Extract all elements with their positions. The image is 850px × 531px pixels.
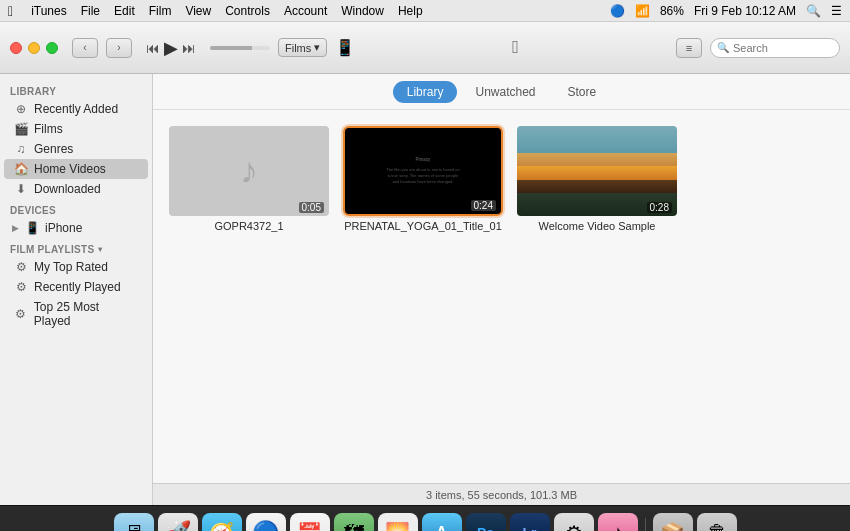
yoga-text-line1: Privacy [386,157,459,164]
menubar-right: 🔵 📶 86% Fri 9 Feb 10:12 AM 🔍 ☰ [610,4,842,18]
video-title-welcome-sample: Welcome Video Sample [539,220,656,232]
video-duration-welcome-sample: 0:28 [647,202,672,213]
fastforward-button[interactable]: ⏭ [182,40,196,56]
dock-trash[interactable]: 🗑 [697,513,737,532]
sidebar-item-recently-added[interactable]: ⊕ Recently Added [4,99,148,119]
window-controls [10,42,58,54]
video-thumb-gopr4372: ♪ 0:05 [169,126,329,216]
content-header: Library Unwatched Store [153,74,850,110]
search-icon: 🔍 [717,42,729,53]
apple-logo:  [512,37,519,58]
sidebar-item-iphone[interactable]: ▶ 📱 iPhone [4,218,148,238]
video-thumb-prenatal-yoga: Privacy The film you are about to see is… [343,126,503,216]
sidebar-item-recently-played[interactable]: ⚙ Recently Played [4,277,148,297]
library-selector[interactable]: Films ▾ [278,38,327,57]
sidebar-item-home-videos[interactable]: 🏠 Home Videos [4,159,148,179]
video-title-gopr4372: GOPR4372_1 [214,220,283,232]
bluetooth-icon: 🔵 [610,4,625,18]
iphone-icon: 📱 [25,221,39,235]
content-area: Library Unwatched Store ♪ 0:05 GOPR4372_… [153,74,850,505]
video-duration-gopr4372: 0:05 [299,202,324,213]
device-icon: 📱 [335,38,355,57]
tab-unwatched[interactable]: Unwatched [461,81,549,103]
spotlight-icon[interactable]: 🔍 [806,4,821,18]
sidebar-item-downloaded[interactable]: ⬇ Downloaded [4,179,148,199]
dock-calendar[interactable]: 📅 [290,513,330,532]
sidebar-label-top-25: Top 25 Most Played [34,300,138,328]
dock-finder[interactable]: 🖥 [114,513,154,532]
menu-account[interactable]: Account [284,4,327,18]
maximize-button[interactable] [46,42,58,54]
dock-maps[interactable]: 🗺 [334,513,374,532]
video-thumb-welcome-sample: 0:28 [517,126,677,216]
sidebar-label-downloaded: Downloaded [34,182,101,196]
menu-bar:  iTunes File Edit Film View Controls Ac… [0,0,850,22]
toolbar-center:  [363,37,668,58]
top-25-icon: ⚙ [14,307,28,321]
dock-launchpad[interactable]: 🚀 [158,513,198,532]
dock-photos[interactable]: 🌅 [378,513,418,532]
tab-bar: Library Unwatched Store [393,81,610,103]
tab-store[interactable]: Store [554,81,611,103]
home-videos-icon: 🏠 [14,162,28,176]
menu-window[interactable]: Window [341,4,384,18]
dock: 🖥 🚀 🧭 🔵 📅 🗺 🌅 A Ps Lr ⚙ ♪ 📦 🗑 [0,505,850,531]
dock-lightroom[interactable]: Lr [510,513,550,532]
playback-controls: ⏮ ▶ ⏭ [146,37,196,59]
film-playlists-section-title[interactable]: Film Playlists ▾ [0,238,152,257]
rewind-button[interactable]: ⏮ [146,40,160,56]
downloaded-icon: ⬇ [14,182,28,196]
sidebar-item-genres[interactable]: ♫ Genres [4,139,148,159]
dock-chrome[interactable]: 🔵 [246,513,286,532]
notification-icon[interactable]: ☰ [831,4,842,18]
menu-controls[interactable]: Controls [225,4,270,18]
video-item-prenatal-yoga[interactable]: Privacy The film you are about to see is… [343,126,503,232]
films-icon: 🎬 [14,122,28,136]
dock-app-store[interactable]: A [422,513,462,532]
devices-section-title: Devices [0,199,152,218]
list-view-button[interactable]: ≡ [676,38,702,58]
wifi-icon: 📶 [635,4,650,18]
sidebar-label-my-top-rated: My Top Rated [34,260,108,274]
video-title-prenatal-yoga: PRENATAL_YOGA_01_Title_01 [344,220,502,232]
video-duration-prenatal-yoga: 0:24 [471,200,496,211]
video-item-welcome-sample[interactable]: 0:28 Welcome Video Sample [517,126,677,232]
sidebar-item-films[interactable]: 🎬 Films [4,119,148,139]
video-item-gopr4372[interactable]: ♪ 0:05 GOPR4372_1 [169,126,329,232]
play-button[interactable]: ▶ [164,37,178,59]
library-label: Films [285,42,311,54]
dock-photoshop[interactable]: Ps [466,513,506,532]
music-note-icon: ♪ [240,150,258,192]
menu-edit[interactable]: Edit [114,4,135,18]
tab-library[interactable]: Library [393,81,458,103]
dock-system-prefs[interactable]: ⚙ [554,513,594,532]
close-button[interactable] [10,42,22,54]
apple-menu[interactable]:  [8,3,13,19]
forward-button[interactable]: › [106,38,132,58]
toolbar: ‹ › ⏮ ▶ ⏭ Films ▾ 📱  ≡ 🔍 [0,22,850,74]
search-input[interactable] [733,42,833,54]
search-box[interactable]: 🔍 [710,38,840,58]
sidebar-label-home-videos: Home Videos [34,162,106,176]
status-text: 3 items, 55 seconds, 101.3 MB [426,489,577,501]
back-button[interactable]: ‹ [72,38,98,58]
recently-played-icon: ⚙ [14,280,28,294]
menu-help[interactable]: Help [398,4,423,18]
chevron-down-icon: ▾ [314,41,320,54]
menu-file[interactable]: File [81,4,100,18]
menu-view[interactable]: View [185,4,211,18]
clock: Fri 9 Feb 10:12 AM [694,4,796,18]
menu-itunes[interactable]: iTunes [31,4,67,18]
sidebar-item-my-top-rated[interactable]: ⚙ My Top Rated [4,257,148,277]
sidebar-label-genres: Genres [34,142,73,156]
menu-film[interactable]: Film [149,4,172,18]
dock-safari[interactable]: 🧭 [202,513,242,532]
dock-itunes[interactable]: ♪ [598,513,638,532]
dock-archive[interactable]: 📦 [653,513,693,532]
sidebar-label-films: Films [34,122,63,136]
sidebar-label-recently-added: Recently Added [34,102,118,116]
film-playlists-chevron-icon: ▾ [98,245,102,254]
volume-slider[interactable] [210,46,270,50]
minimize-button[interactable] [28,42,40,54]
sidebar-item-top-25[interactable]: ⚙ Top 25 Most Played [4,297,148,331]
